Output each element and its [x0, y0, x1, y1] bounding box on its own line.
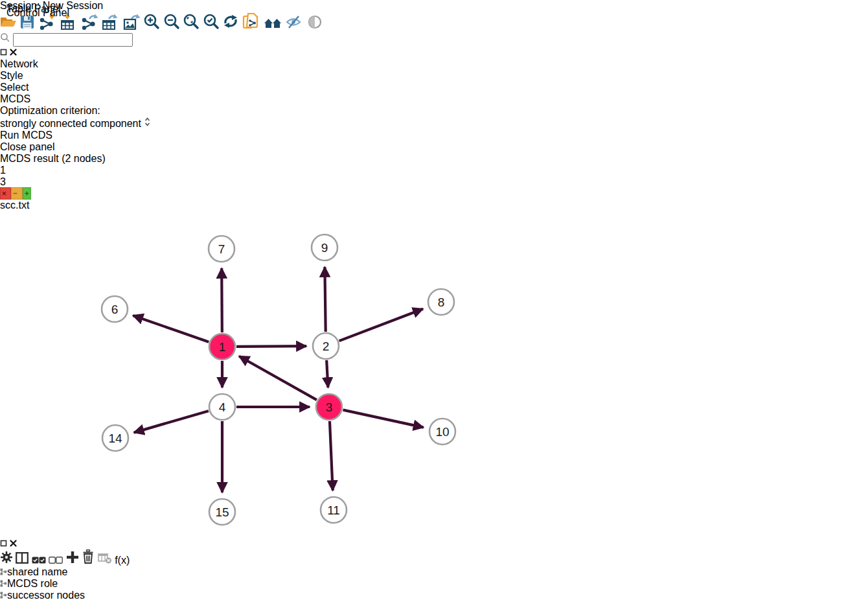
refresh-layout-button[interactable]	[222, 21, 242, 32]
show-graphics-details-button[interactable]	[306, 21, 323, 32]
column-type-icon	[0, 592, 7, 599]
run-mcds-button[interactable]: Run MCDS	[0, 130, 62, 141]
graph-node-8[interactable]: 8	[428, 289, 454, 315]
import-table-button[interactable]	[59, 21, 80, 32]
mcds-result-textarea[interactable]: 13	[0, 165, 868, 188]
node-label: 7	[218, 242, 225, 256]
graph-node-1[interactable]: 1	[209, 334, 235, 360]
graph-node-4[interactable]: 4	[209, 394, 235, 420]
node-label: 14	[108, 432, 122, 445]
first-neighbors-button[interactable]	[263, 21, 285, 32]
network-zoom-button[interactable]	[23, 187, 31, 200]
export-table-button[interactable]	[101, 21, 122, 32]
graph-node-10[interactable]: 10	[429, 419, 455, 444]
tab-style[interactable]: Style	[0, 70, 868, 82]
function-builder-icon: f(x)	[115, 555, 130, 566]
graph-node-3[interactable]: 3	[316, 394, 342, 420]
column-header-successor-nodes[interactable]: successor nodes	[0, 590, 104, 600]
graph-edge-2-3[interactable]	[326, 360, 328, 387]
zoom-out-icon	[163, 13, 180, 30]
zoom-selected-button[interactable]	[203, 21, 222, 32]
new-network-from-selection-icon	[242, 12, 260, 30]
graph-edge-2-9[interactable]	[325, 267, 325, 332]
close-panel-icon[interactable]	[10, 47, 17, 58]
float-panel-icon[interactable]	[0, 47, 10, 58]
delete-row-icon	[82, 549, 95, 564]
window-title: Session: New Session	[0, 0, 868, 12]
hide-graphics-details-button[interactable]	[285, 21, 306, 32]
tab-mcds[interactable]: MCDS	[0, 93, 868, 105]
graph-edge-2-8[interactable]	[339, 309, 423, 341]
graph-edge-3-11[interactable]	[330, 421, 333, 490]
network-canvas[interactable]: 1234678910111415	[0, 211, 599, 535]
node-label: 4	[219, 400, 226, 414]
column-header-label: MCDS role	[7, 578, 58, 589]
zoom-out-button[interactable]	[163, 21, 183, 32]
network-minimize-button[interactable]	[11, 187, 22, 200]
graph-edge-4-14[interactable]	[134, 411, 209, 432]
save-session-button[interactable]	[19, 21, 38, 32]
mcds-panel: Optimization criterion: strongly connect…	[0, 105, 868, 188]
first-neighbors-icon	[263, 14, 282, 30]
split-panel-button[interactable]	[16, 555, 31, 566]
node-label: 8	[438, 295, 445, 309]
add-row-icon	[66, 551, 79, 564]
export-network-button[interactable]	[80, 21, 101, 32]
zoom-in-button[interactable]	[143, 21, 163, 32]
optimization-criterion-label: Optimization criterion:	[0, 105, 868, 117]
import-network-button[interactable]	[38, 21, 59, 32]
titlebar: Session: New Session	[0, 0, 868, 12]
float-table-panel-icon[interactable]	[0, 538, 10, 549]
delete-row-button[interactable]	[82, 555, 97, 566]
export-image-icon	[122, 13, 141, 30]
tab-network[interactable]: Network	[0, 58, 868, 70]
select-all-button[interactable]	[32, 555, 49, 566]
result-line: 1	[0, 165, 868, 176]
search-icon	[0, 32, 10, 43]
graph-edge-1-7[interactable]	[222, 268, 222, 332]
control-panel-tabs: NetworkStyleSelectMCDS	[0, 58, 868, 105]
select-all-icon	[32, 557, 46, 564]
search-input[interactable]	[0, 32, 868, 47]
delete-table-button[interactable]	[98, 555, 115, 566]
graph-node-2[interactable]: 2	[313, 333, 339, 359]
node-label: 2	[323, 340, 330, 353]
graph-edge-1-6[interactable]	[133, 316, 209, 342]
dropdown-value: strongly connected component	[0, 118, 141, 129]
graph-node-9[interactable]: 9	[312, 235, 337, 260]
graph-node-15[interactable]: 15	[209, 499, 235, 525]
network-window-titlebar: scc.txt	[0, 188, 868, 211]
node-label: 15	[215, 505, 229, 519]
search-field[interactable]	[13, 33, 133, 47]
graph-edge-3-10[interactable]	[343, 410, 423, 428]
graph-node-6[interactable]: 6	[102, 296, 128, 322]
new-network-from-selection-button[interactable]	[242, 21, 262, 32]
graph-edge-3-1[interactable]	[239, 356, 317, 400]
column-header-shared-name[interactable]: shared name	[0, 566, 89, 578]
open-session-button[interactable]	[0, 21, 19, 32]
network-window-title: scc.txt	[0, 200, 868, 211]
function-builder-button[interactable]: f(x)	[115, 555, 130, 566]
network-close-button[interactable]	[0, 187, 11, 200]
close-table-panel-icon[interactable]	[10, 538, 17, 549]
tab-select[interactable]: Select	[0, 82, 868, 93]
zoom-fit-button[interactable]	[183, 21, 202, 32]
optimization-criterion-select[interactable]: strongly connected component	[0, 117, 868, 130]
add-row-button[interactable]	[66, 555, 82, 566]
graph-node-7[interactable]: 7	[209, 236, 234, 262]
table-header-row: shared nameMCDS rolesuccessor nodesprede…	[0, 566, 868, 600]
control-panel: Control Panel NetworkStyleSelectMCDS Opt…	[0, 47, 868, 188]
graph-edge-1-2[interactable]	[236, 346, 306, 347]
close-panel-button[interactable]: Close panel	[0, 141, 67, 153]
graph-node-11[interactable]: 11	[321, 497, 347, 523]
mcds-result-group: MCDS result (2 nodes) 13	[0, 153, 868, 188]
node-label: 11	[327, 503, 340, 517]
node-table: shared nameMCDS rolesuccessor nodesprede…	[0, 566, 868, 600]
settings-gear-button[interactable]	[0, 555, 16, 566]
graph-node-14[interactable]: 14	[102, 425, 128, 451]
split-panel-icon	[16, 552, 29, 564]
node-label: 6	[111, 303, 119, 316]
column-header-mcds-role[interactable]: MCDS role	[0, 578, 73, 590]
deselect-all-button[interactable]	[49, 555, 65, 566]
export-image-button[interactable]	[122, 21, 143, 32]
